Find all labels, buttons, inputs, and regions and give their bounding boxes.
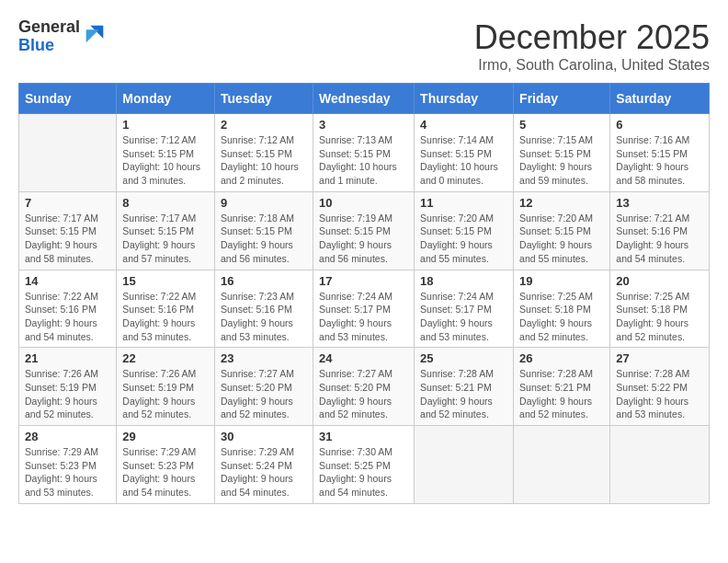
day-info: Sunrise: 7:27 AM Sunset: 5:20 PM Dayligh…	[319, 367, 408, 421]
day-info: Sunrise: 7:17 AM Sunset: 5:15 PM Dayligh…	[25, 212, 110, 266]
title-section: December 2025 Irmo, South Carolina, Unit…	[474, 18, 710, 74]
day-info: Sunrise: 7:29 AM Sunset: 5:23 PM Dayligh…	[122, 445, 209, 500]
day-info: Sunrise: 7:18 AM Sunset: 5:15 PM Dayligh…	[221, 212, 307, 266]
day-info: Sunrise: 7:28 AM Sunset: 5:21 PM Dayligh…	[519, 367, 604, 421]
day-number: 18	[420, 274, 507, 288]
calendar-body: 1Sunrise: 7:12 AM Sunset: 5:15 PM Daylig…	[19, 114, 710, 504]
day-info: Sunrise: 7:28 AM Sunset: 5:21 PM Dayligh…	[420, 367, 507, 421]
day-number: 28	[25, 430, 110, 443]
calendar-cell: 21Sunrise: 7:26 AM Sunset: 5:19 PM Dayli…	[19, 348, 117, 426]
header-cell-thursday: Thursday	[415, 84, 514, 114]
day-info: Sunrise: 7:29 AM Sunset: 5:24 PM Dayligh…	[221, 445, 307, 500]
calendar-cell: 4Sunrise: 7:14 AM Sunset: 5:15 PM Daylig…	[415, 114, 514, 192]
calendar-cell: 24Sunrise: 7:27 AM Sunset: 5:20 PM Dayli…	[313, 348, 415, 426]
day-number: 17	[319, 274, 408, 288]
header-cell-monday: Monday	[117, 84, 215, 114]
day-number: 25	[420, 351, 507, 365]
calendar-cell: 16Sunrise: 7:23 AM Sunset: 5:16 PM Dayli…	[215, 270, 313, 348]
day-info: Sunrise: 7:20 AM Sunset: 5:15 PM Dayligh…	[420, 212, 507, 266]
day-number: 24	[319, 351, 408, 365]
calendar-cell: 14Sunrise: 7:22 AM Sunset: 5:16 PM Dayli…	[19, 270, 117, 348]
calendar-cell: 11Sunrise: 7:20 AM Sunset: 5:15 PM Dayli…	[415, 191, 514, 270]
week-row-4: 21Sunrise: 7:26 AM Sunset: 5:19 PM Dayli…	[19, 348, 710, 426]
day-number: 10	[319, 196, 408, 210]
calendar-cell: 28Sunrise: 7:29 AM Sunset: 5:23 PM Dayli…	[19, 426, 117, 504]
calendar-cell: 30Sunrise: 7:29 AM Sunset: 5:24 PM Dayli…	[215, 426, 313, 504]
calendar-cell: 26Sunrise: 7:28 AM Sunset: 5:21 PM Dayli…	[514, 348, 610, 426]
week-row-5: 28Sunrise: 7:29 AM Sunset: 5:23 PM Dayli…	[19, 426, 710, 504]
day-info: Sunrise: 7:16 AM Sunset: 5:15 PM Dayligh…	[616, 133, 703, 188]
calendar-table: SundayMondayTuesdayWednesdayThursdayFrid…	[18, 83, 710, 504]
header-cell-tuesday: Tuesday	[215, 84, 313, 114]
subtitle: Irmo, South Carolina, United States	[474, 57, 710, 74]
day-number: 12	[519, 196, 604, 210]
header-cell-wednesday: Wednesday	[313, 84, 415, 114]
calendar-cell: 10Sunrise: 7:19 AM Sunset: 5:15 PM Dayli…	[313, 191, 415, 270]
calendar-cell: 31Sunrise: 7:30 AM Sunset: 5:25 PM Dayli…	[313, 426, 415, 504]
day-info: Sunrise: 7:26 AM Sunset: 5:19 PM Dayligh…	[25, 367, 110, 421]
day-info: Sunrise: 7:19 AM Sunset: 5:15 PM Dayligh…	[319, 212, 408, 266]
calendar-cell: 27Sunrise: 7:28 AM Sunset: 5:22 PM Dayli…	[610, 348, 710, 426]
day-number: 11	[420, 196, 507, 210]
calendar-cell: 2Sunrise: 7:12 AM Sunset: 5:15 PM Daylig…	[215, 114, 313, 192]
logo-general: General	[18, 18, 80, 37]
logo: General Blue	[18, 18, 108, 55]
svg-marker-1	[86, 30, 99, 43]
logo-icon	[82, 21, 108, 47]
calendar-header: SundayMondayTuesdayWednesdayThursdayFrid…	[19, 84, 710, 114]
day-number: 30	[221, 430, 307, 443]
day-info: Sunrise: 7:17 AM Sunset: 5:15 PM Dayligh…	[122, 212, 209, 266]
calendar-cell: 29Sunrise: 7:29 AM Sunset: 5:23 PM Dayli…	[117, 426, 215, 504]
calendar-cell: 20Sunrise: 7:25 AM Sunset: 5:18 PM Dayli…	[610, 270, 710, 348]
calendar-cell: 18Sunrise: 7:24 AM Sunset: 5:17 PM Dayli…	[415, 270, 514, 348]
day-number: 29	[122, 430, 209, 443]
calendar-cell: 22Sunrise: 7:26 AM Sunset: 5:19 PM Dayli…	[117, 348, 215, 426]
day-number: 1	[122, 118, 209, 132]
calendar-cell: 9Sunrise: 7:18 AM Sunset: 5:15 PM Daylig…	[215, 191, 313, 270]
day-info: Sunrise: 7:12 AM Sunset: 5:15 PM Dayligh…	[221, 133, 307, 188]
day-info: Sunrise: 7:29 AM Sunset: 5:23 PM Dayligh…	[25, 445, 110, 500]
day-number: 3	[319, 118, 408, 132]
day-number: 2	[221, 118, 307, 132]
day-info: Sunrise: 7:13 AM Sunset: 5:15 PM Dayligh…	[319, 133, 408, 188]
header-cell-friday: Friday	[514, 84, 610, 114]
calendar-cell: 1Sunrise: 7:12 AM Sunset: 5:15 PM Daylig…	[117, 114, 215, 192]
day-number: 6	[616, 118, 703, 132]
calendar-cell: 23Sunrise: 7:27 AM Sunset: 5:20 PM Dayli…	[215, 348, 313, 426]
day-info: Sunrise: 7:20 AM Sunset: 5:15 PM Dayligh…	[519, 212, 604, 266]
calendar-cell: 12Sunrise: 7:20 AM Sunset: 5:15 PM Dayli…	[514, 191, 610, 270]
day-number: 13	[616, 196, 703, 210]
day-number: 20	[616, 274, 703, 288]
day-info: Sunrise: 7:23 AM Sunset: 5:16 PM Dayligh…	[221, 290, 307, 344]
calendar-cell	[19, 114, 117, 192]
day-info: Sunrise: 7:22 AM Sunset: 5:16 PM Dayligh…	[25, 290, 110, 344]
calendar-cell	[415, 426, 514, 504]
header-cell-sunday: Sunday	[19, 84, 117, 114]
calendar-cell: 13Sunrise: 7:21 AM Sunset: 5:16 PM Dayli…	[610, 191, 710, 270]
calendar-cell: 17Sunrise: 7:24 AM Sunset: 5:17 PM Dayli…	[313, 270, 415, 348]
logo-blue: Blue	[18, 37, 80, 55]
day-info: Sunrise: 7:28 AM Sunset: 5:22 PM Dayligh…	[616, 367, 703, 421]
day-number: 22	[122, 351, 209, 365]
page-header: General Blue December 2025 Irmo, South C…	[18, 18, 710, 74]
day-info: Sunrise: 7:21 AM Sunset: 5:16 PM Dayligh…	[616, 212, 703, 266]
day-number: 5	[519, 118, 604, 132]
calendar-cell: 25Sunrise: 7:28 AM Sunset: 5:21 PM Dayli…	[415, 348, 514, 426]
week-row-3: 14Sunrise: 7:22 AM Sunset: 5:16 PM Dayli…	[19, 270, 710, 348]
day-info: Sunrise: 7:26 AM Sunset: 5:19 PM Dayligh…	[122, 367, 209, 421]
week-row-1: 1Sunrise: 7:12 AM Sunset: 5:15 PM Daylig…	[19, 114, 710, 192]
day-number: 21	[25, 351, 110, 365]
day-number: 9	[221, 196, 307, 210]
day-info: Sunrise: 7:12 AM Sunset: 5:15 PM Dayligh…	[122, 133, 209, 188]
day-info: Sunrise: 7:24 AM Sunset: 5:17 PM Dayligh…	[420, 290, 507, 344]
day-number: 14	[25, 274, 110, 288]
day-info: Sunrise: 7:25 AM Sunset: 5:18 PM Dayligh…	[616, 290, 703, 344]
day-info: Sunrise: 7:22 AM Sunset: 5:16 PM Dayligh…	[122, 290, 209, 344]
calendar-cell: 6Sunrise: 7:16 AM Sunset: 5:15 PM Daylig…	[610, 114, 710, 192]
month-title: December 2025	[474, 18, 710, 57]
calendar-cell: 7Sunrise: 7:17 AM Sunset: 5:15 PM Daylig…	[19, 191, 117, 270]
calendar-cell: 5Sunrise: 7:15 AM Sunset: 5:15 PM Daylig…	[514, 114, 610, 192]
day-number: 8	[122, 196, 209, 210]
calendar-cell: 19Sunrise: 7:25 AM Sunset: 5:18 PM Dayli…	[514, 270, 610, 348]
day-info: Sunrise: 7:27 AM Sunset: 5:20 PM Dayligh…	[221, 367, 307, 421]
